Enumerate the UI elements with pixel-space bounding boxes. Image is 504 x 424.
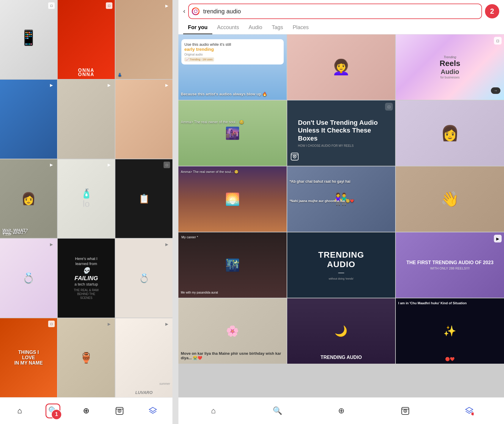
- trending-audio-2: TRENDING AUDIO: [290, 355, 393, 360]
- because-text: Because this artist's audios always blow…: [181, 92, 284, 96]
- trending-audio-white: TRENDING AUDIO — without doing 'trends': [314, 250, 368, 280]
- video-icon: □: [48, 2, 55, 9]
- reel-icon: ▶: [106, 321, 112, 327]
- result-item[interactable]: My career * 🌃 Me with my pasandida aurat: [178, 232, 287, 298]
- svg-point-2: [119, 410, 120, 412]
- result-item[interactable]: 🌸 Move on kar liya tha Maine phir usne b…: [178, 298, 287, 364]
- svg-marker-13: [466, 407, 473, 412]
- search-nav-icon-right[interactable]: 🔍: [270, 403, 285, 418]
- result-item[interactable]: 🌅 Amma> The real owner of the soul... 🥺: [178, 166, 287, 232]
- reels-audio-text: Trending Reels Audio for businesses: [439, 55, 460, 79]
- reel-icon: ▶: [164, 82, 170, 89]
- dont-use-text: Don't Use Trending Audio Unless It Check…: [298, 119, 384, 147]
- grid-item[interactable]: ▶ LUVARO summer: [115, 318, 172, 397]
- grid-item[interactable]: ▶ 💍: [0, 239, 57, 318]
- early-trending-card: Use this audio while it's still early tr…: [181, 39, 284, 64]
- tab-for-you[interactable]: For you: [183, 21, 212, 34]
- reel-icon: ▶: [48, 241, 55, 248]
- svg-point-14: [471, 412, 474, 415]
- add-nav-icon-right[interactable]: ⊕: [334, 403, 349, 418]
- left-panel: □ 📱 □ ONNA ONNA ▶ 👗 ▶ ▶ ▶ ▶ Wait, WHAT? …: [0, 0, 172, 424]
- grid-item[interactable]: □ THINGS I LOVEIN MY NAME: [0, 318, 57, 397]
- result-item[interactable]: 👫 *Ab ghar chal bahut raat ho gayi hai *…: [287, 166, 395, 232]
- reel-icon: ▶: [164, 241, 170, 248]
- amma-overlay: Amma> The real owner of the soul... 🥺: [181, 170, 284, 174]
- search-input[interactable]: [188, 4, 482, 19]
- result-item[interactable]: ▶ THE FIRST TRENDING AUDIO OF 2023 WITH …: [396, 232, 504, 298]
- grid-item[interactable]: □ ONNA ONNA: [58, 0, 115, 79]
- result-item-icon: □: [494, 37, 502, 45]
- search-header: ‹ 2: [178, 0, 504, 19]
- back-button[interactable]: ‹: [183, 7, 185, 15]
- results-grid: Use this audio while it's still early tr…: [178, 34, 504, 397]
- result-item-icon: ▶: [494, 235, 502, 242]
- result-item[interactable]: 👋: [396, 166, 504, 232]
- early-trending-subtitle: Original audio: [184, 53, 281, 56]
- svg-point-7: [294, 156, 295, 157]
- grid-item[interactable]: Here's what I learned from 💀 FAILING a t…: [58, 239, 115, 318]
- amma-text: Amma> The real owner of the soul... 🥺: [181, 120, 284, 124]
- trending-badge: 📈 Trending · 1M uses: [184, 57, 214, 62]
- badge-2: 2: [485, 4, 499, 18]
- grid-item[interactable]: ▶: [0, 80, 57, 159]
- grid-item[interactable]: ▶ 🏺: [58, 318, 115, 397]
- search-bar-wrapper: [188, 4, 482, 19]
- reels-icon-bottom: [291, 153, 299, 162]
- early-trending-highlight: early trending: [184, 47, 281, 52]
- layers-nav-icon-right[interactable]: [462, 403, 477, 418]
- result-item[interactable]: Use this audio while it's still early tr…: [178, 34, 287, 100]
- divider: [172, 0, 178, 424]
- result-item[interactable]: 👩: [396, 100, 504, 166]
- hearts-text: 🔴❤️: [398, 357, 502, 361]
- grid-item[interactable]: ▶ Wait, WHAT? 👩 Wait, WHAT? ₹ 250: [0, 159, 57, 238]
- grid-item[interactable]: □ 📱: [0, 0, 57, 79]
- my-career-text: My career *: [181, 235, 198, 239]
- reels-nav-icon-right[interactable]: [398, 403, 413, 418]
- video-icon: □: [106, 2, 112, 9]
- grid-item[interactable]: ▶ 💍: [115, 239, 172, 318]
- things-overlay: THINGS I LOVEIN MY NAME: [14, 350, 43, 366]
- result-item[interactable]: 🌆 Amma> The real owner of the soul... 🥺: [178, 100, 287, 166]
- grid-item[interactable]: □ 📋: [115, 159, 172, 238]
- me-with-text: Me with my pasandida aurat: [181, 291, 284, 294]
- search-nav-icon[interactable]: 🔍 1: [45, 403, 60, 418]
- first-trending-text: THE FIRST TRENDING AUDIO OF 2023 WITH ON…: [401, 260, 499, 270]
- home-nav-icon[interactable]: ⌂: [12, 403, 27, 418]
- result-item[interactable]: I am in 'Chu Maadhri huku' Kind of Situa…: [396, 298, 504, 364]
- result-item[interactable]: TRENDING AUDIO — without doing 'trends': [287, 232, 395, 298]
- result-item-icon: □: [385, 103, 393, 111]
- tab-places[interactable]: Places: [288, 21, 313, 34]
- add-nav-icon[interactable]: ⊕: [79, 403, 94, 418]
- left-bottom-nav: ⌂ 🔍 1 ⊕: [0, 397, 172, 424]
- explore-grid: □ 📱 □ ONNA ONNA ▶ 👗 ▶ ▶ ▶ ▶ Wait, WHAT? …: [0, 0, 172, 397]
- grid-item[interactable]: ▶ 🧴lo: [58, 159, 115, 238]
- instagram-logo: [192, 7, 200, 15]
- grid-item[interactable]: ▶ 👗: [115, 0, 172, 79]
- result-item[interactable]: □ Don't Use Trending Audio Unless It Che…: [287, 100, 395, 166]
- layers-nav-icon[interactable]: [145, 403, 160, 418]
- video-icon: □: [164, 162, 170, 168]
- reel-icon: ▶: [106, 82, 112, 89]
- arrow-cta: →: [491, 87, 500, 94]
- result-item[interactable]: □ Trending Reels Audio for businesses →: [396, 34, 504, 100]
- video-icon: □: [48, 321, 55, 327]
- tab-audio[interactable]: Audio: [244, 21, 267, 34]
- tabs-row: For you Accounts Audio Tags Places: [178, 19, 504, 34]
- home-nav-icon-right[interactable]: ⌂: [206, 403, 221, 418]
- reel-icon: ▶: [48, 162, 55, 168]
- right-bottom-nav: ⌂ 🔍 ⊕: [178, 397, 504, 424]
- result-item[interactable]: 🌙 TRENDING AUDIO: [287, 298, 395, 364]
- reel-icon: ▶: [164, 2, 170, 9]
- result-item[interactable]: 👩‍🦱: [287, 34, 395, 100]
- tab-tags[interactable]: Tags: [267, 21, 288, 34]
- ab-ghar-text: *Ab ghar chal bahut raat ho gayi hai: [290, 179, 393, 184]
- right-panel: ‹ 2 For you Accounts Audio Tags Places U…: [178, 0, 504, 424]
- svg-point-11: [405, 410, 406, 412]
- nahi-jaana-text: *Nahi jaana mujhe aur ghoomna hai 🥺❤️: [290, 199, 393, 203]
- grid-item[interactable]: ▶: [58, 80, 115, 159]
- svg-marker-4: [149, 407, 156, 412]
- tab-accounts[interactable]: Accounts: [212, 21, 244, 34]
- reels-nav-icon[interactable]: [112, 403, 127, 418]
- chu-text: I am in 'Chu Maadhri huku' Kind of Situa…: [398, 301, 502, 305]
- grid-item[interactable]: ▶: [115, 80, 172, 159]
